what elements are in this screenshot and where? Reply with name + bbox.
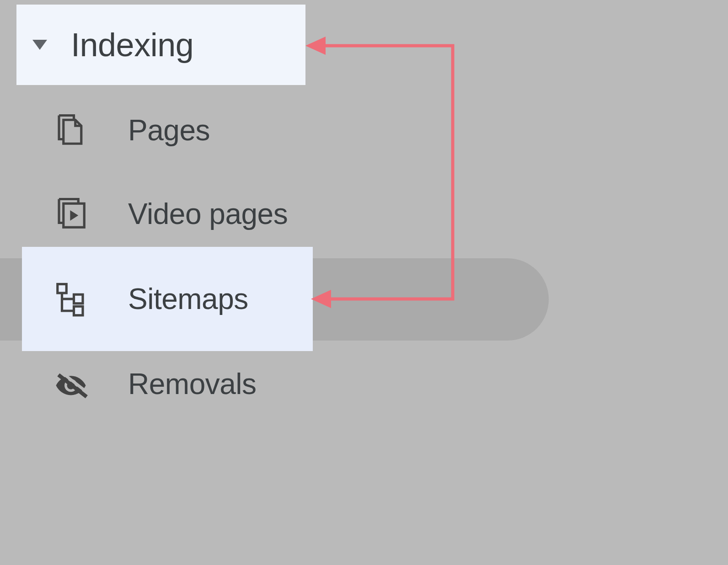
sidebar-item-label: Pages	[128, 113, 210, 147]
svg-rect-2	[74, 294, 83, 304]
section-title: Indexing	[71, 26, 193, 64]
sidebar-item-label: Video pages	[128, 197, 288, 231]
removals-icon	[53, 366, 89, 402]
sidebar-item-removals[interactable]: Removals	[0, 343, 728, 425]
sidebar-item-pages[interactable]: Pages	[0, 89, 728, 171]
svg-rect-1	[58, 284, 67, 293]
sidebar-item-video-pages[interactable]: Video pages	[0, 173, 728, 255]
pages-icon	[53, 112, 89, 148]
sitemaps-icon	[53, 281, 89, 317]
chevron-down-icon	[32, 40, 47, 50]
sidebar-item-sitemaps[interactable]: Sitemaps	[22, 247, 313, 351]
sidebar-item-label: Sitemaps	[128, 282, 248, 316]
video-pages-icon	[53, 196, 89, 232]
sidebar-item-label: Removals	[128, 367, 257, 401]
svg-marker-6	[305, 37, 326, 55]
sidebar-section-header-indexing[interactable]: Indexing	[16, 5, 305, 85]
svg-rect-3	[74, 306, 83, 315]
